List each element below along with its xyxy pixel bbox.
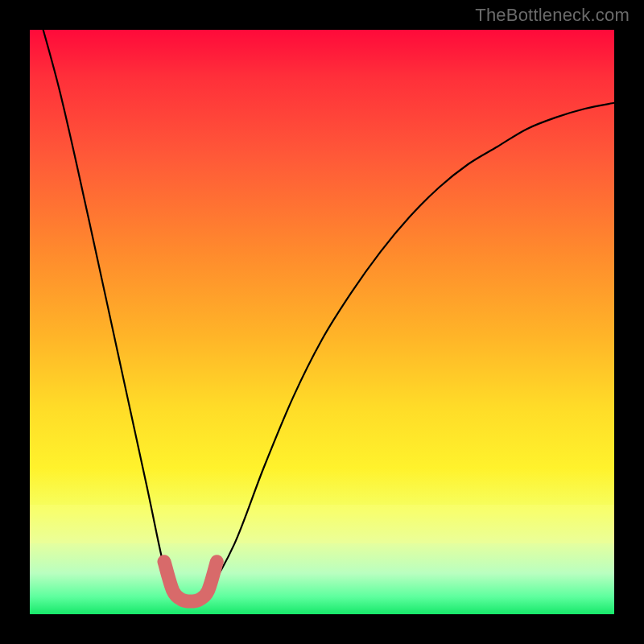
bottleneck-curve <box>30 0 614 603</box>
curve-layer <box>30 30 614 614</box>
watermark-text: TheBottleneck.com <box>475 5 630 26</box>
chart-frame: TheBottleneck.com <box>0 0 644 644</box>
plot-area <box>30 30 614 614</box>
optimal-marker <box>164 562 217 601</box>
